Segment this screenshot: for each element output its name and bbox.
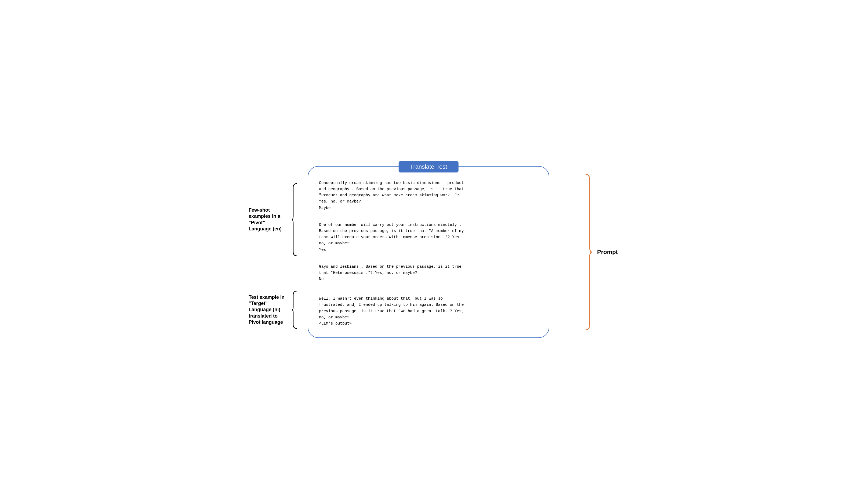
test-example-passage: Well, I wasn't even thinking about that,… [319,296,538,320]
test-label: Test example in "Target" Language (hi) t… [249,294,289,326]
section-gap [319,288,538,296]
few-shot-brace-icon [290,182,299,257]
example-3-passage: Gays and lesbians . Based on the previou… [319,264,538,276]
prompt-brace-icon [584,172,594,333]
example-1-answer: Maybe [319,205,538,211]
divider-2 [319,258,538,264]
title-text: Translate-Test [410,163,447,170]
test-brace-icon [290,290,299,330]
test-label-group: Test example in "Target" Language (hi) t… [249,290,299,330]
divider-1 [319,216,538,222]
test-example-answer: <LLM's output> [319,320,538,327]
example-2: One of our number will carry out your in… [319,222,538,253]
example-3: Gays and lesbians . Based on the previou… [319,264,538,282]
title-bar: Translate-Test [399,161,458,172]
test-example: Well, I wasn't even thinking about that,… [319,296,538,327]
example-3-answer: No [319,276,538,282]
main-box: Translate-Test Conceptually cream skimmi… [308,166,549,338]
example-1-passage: Conceptually cream skimming has two basi… [319,180,538,205]
example-2-answer: Yes [319,247,538,253]
prompt-label: Prompt [597,249,618,256]
example-1: Conceptually cream skimming has two basi… [319,180,538,211]
main-box-wrapper: Few-shot examples in a "Pivot" Language … [308,166,549,338]
example-2-passage: One of our number will carry out your in… [319,222,538,247]
few-shot-label: Few-shot examples in a "Pivot" Language … [249,207,289,232]
left-labels: Few-shot examples in a "Pivot" Language … [249,166,302,338]
diagram-container: Few-shot examples in a "Pivot" Language … [308,166,549,338]
few-shot-label-group: Few-shot examples in a "Pivot" Language … [249,182,299,257]
